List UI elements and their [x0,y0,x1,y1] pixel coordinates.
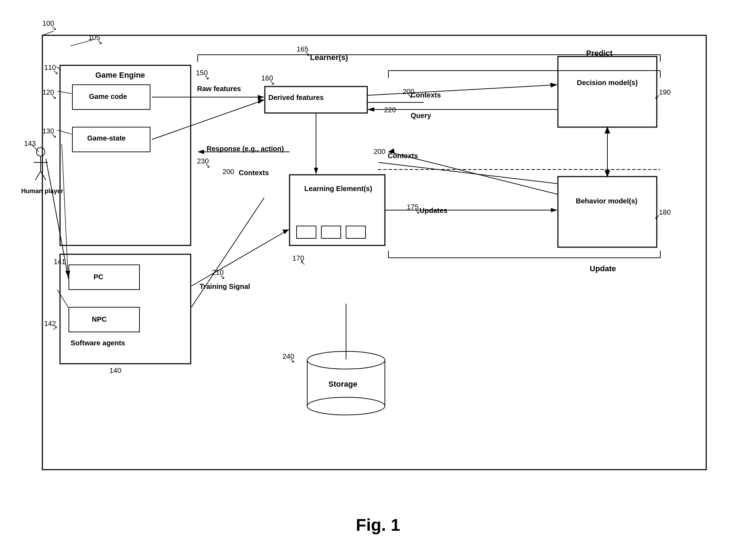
game-engine-label: Game Engine [95,71,145,80]
svg-line-62 [57,290,68,307]
ref-105-arrow: ↘ [97,38,102,46]
svg-point-64 [36,148,45,156]
svg-line-36 [191,230,289,286]
human-player-label: Human player [21,187,63,195]
svg-point-45 [307,351,385,369]
svg-marker-19 [258,98,264,104]
ref-190-arrow: ↙ [655,93,660,101]
ref-210-arrow: ↘ [220,273,225,281]
svg-line-25 [367,85,557,95]
svg-marker-17 [605,170,610,177]
game-state-label: Game-state [87,134,126,142]
svg-point-46 [307,397,385,415]
svg-line-59 [57,91,72,94]
ref-240-arrow: ↘ [290,357,295,364]
training-signal-label: Training Signal [200,283,250,291]
ref-120-arrow: ↘ [51,93,56,101]
svg-marker-21 [258,95,264,99]
svg-marker-37 [282,230,289,234]
svg-rect-0 [42,35,706,470]
query-label: Query [411,112,431,120]
contexts3-label: Contexts [388,152,418,160]
pc-label: PC [94,273,103,281]
figure-title: Fig. 1 [356,515,400,535]
ref-200b: 200 [222,168,234,176]
raw-features-label: Raw features [197,84,241,93]
ref-190: 190 [659,88,671,96]
svg-rect-9 [558,177,657,247]
svg-line-18 [152,100,264,139]
svg-rect-3 [69,265,139,290]
storage-label: Storage [328,380,357,389]
ref-141: 141 [54,258,65,266]
svg-line-47 [379,162,557,184]
svg-line-67 [35,171,41,180]
contexts1-label: Contexts [411,91,441,99]
ref-110-arrow: ↘ [53,68,58,76]
ref-130-arrow: ↘ [51,132,56,139]
svg-line-48 [191,198,264,307]
svg-marker-41 [198,150,204,154]
svg-line-68 [41,171,46,180]
svg-marker-26 [550,83,557,88]
svg-marker-31 [314,168,318,174]
ref-170-arrow: ↖ [300,259,305,267]
learning-element-label: Learning Element(s) [299,184,377,194]
ref-200c: 200 [374,148,385,156]
update-label: Update [590,264,616,273]
ref-160-arrow: ↘ [269,79,275,87]
game-code-label: Game code [89,93,127,101]
learners-label: Learner(s) [310,53,348,62]
svg-rect-8 [558,57,657,127]
ref-165-arrow: ↘ [305,50,310,58]
behavior-model-label: Behavior model(s) [568,196,645,206]
svg-marker-35 [198,150,204,154]
svg-rect-2 [60,254,191,364]
ref-150-arrow: ↘ [204,73,209,81]
ref-175-arrow: ↘ [415,208,420,215]
ref-220: 220 [384,106,396,114]
contexts2-label: Contexts [239,169,269,177]
npc-label: NPC [92,315,107,323]
ref-142-arrow: ↗ [52,324,58,332]
ref-140: 140 [109,367,121,375]
predict-label: Predict [586,49,613,58]
ref-180-arrow: ↙ [655,213,660,221]
ref-230-arrow: ↘ [205,162,210,170]
svg-marker-43 [65,271,70,277]
svg-line-60 [57,130,72,134]
updates-label: Updates [419,207,447,215]
svg-rect-12 [321,226,341,238]
software-agents-label: Software agents [71,339,125,347]
svg-rect-11 [297,226,316,238]
decision-model-label: Decision model(s) [569,78,646,88]
human-figure-icon [32,147,49,182]
svg-marker-29 [367,107,374,112]
svg-marker-33 [551,208,557,212]
ref-180: 180 [659,208,671,216]
ref-100-arrow: ↘ [51,24,56,32]
derived-features-label: Derived features [268,94,324,102]
diagram-container: 100 ↘ 105 ↘ 110 ↘ Game Engine 120 ↘ Game… [0,0,756,547]
svg-rect-13 [346,226,365,238]
svg-marker-16 [605,126,610,133]
response-label: Response (e.g., action) [207,145,284,153]
